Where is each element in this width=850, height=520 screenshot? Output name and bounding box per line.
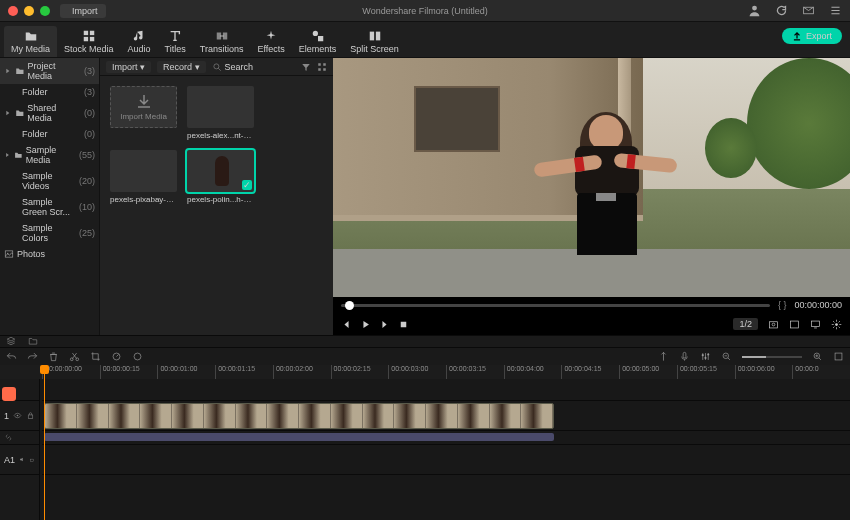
preview-scrubber[interactable]: { } 00:00:00:00 bbox=[333, 297, 850, 313]
ruler-tick: 00:00:03:15 bbox=[446, 365, 504, 379]
mic-icon[interactable] bbox=[679, 351, 690, 362]
lock-icon[interactable] bbox=[26, 411, 35, 420]
quality-icon[interactable] bbox=[789, 319, 800, 330]
settings-icon[interactable] bbox=[831, 319, 842, 330]
display-icon[interactable] bbox=[810, 319, 821, 330]
screenshot-icon[interactable] bbox=[768, 319, 779, 330]
filter-icon[interactable] bbox=[301, 62, 311, 72]
sidebar-item[interactable]: Photos bbox=[0, 246, 99, 262]
svg-rect-20 bbox=[790, 321, 798, 328]
import-media-tile[interactable]: Import Media bbox=[110, 86, 177, 140]
zoom-slider[interactable] bbox=[742, 356, 802, 358]
mixer-icon[interactable] bbox=[700, 351, 711, 362]
tab-titles[interactable]: Titles bbox=[158, 26, 193, 57]
video-track-header[interactable]: 1 bbox=[0, 401, 39, 431]
crop-icon[interactable] bbox=[90, 351, 101, 362]
menu-icon[interactable] bbox=[829, 4, 842, 17]
folder-small-icon[interactable] bbox=[28, 336, 38, 346]
sidebar-item[interactable]: Project Media(3) bbox=[0, 58, 99, 84]
close-icon[interactable] bbox=[8, 6, 18, 16]
audio-track-header[interactable]: A1 bbox=[0, 445, 39, 475]
svg-rect-8 bbox=[369, 32, 373, 41]
ruler-tick: 00:00:04:00 bbox=[504, 365, 562, 379]
sidebar-item[interactable]: Folder(0) bbox=[0, 126, 99, 142]
tab-transitions[interactable]: Transitions bbox=[193, 26, 251, 57]
timecode: 00:00:00:00 bbox=[794, 300, 842, 310]
sparkle-icon bbox=[264, 29, 278, 43]
import-dropdown[interactable]: Import ▾ bbox=[106, 61, 151, 73]
tab-audio[interactable]: Audio bbox=[121, 26, 158, 57]
grid-icon bbox=[82, 29, 96, 43]
sidebar-item[interactable]: Sample Videos(20) bbox=[0, 168, 99, 194]
svg-point-6 bbox=[312, 31, 317, 36]
sidebar-item[interactable]: Sample Colors(25) bbox=[0, 220, 99, 246]
media-thumbnail[interactable]: pexels-pixabay-462030 bbox=[110, 150, 177, 204]
playhead[interactable] bbox=[44, 365, 45, 520]
media-thumbnail[interactable]: ✓pexels-polin...h-5385879 bbox=[187, 150, 254, 204]
video-track-1[interactable] bbox=[42, 401, 850, 431]
lock-icon[interactable] bbox=[29, 455, 35, 464]
split-clip-icon[interactable] bbox=[69, 351, 80, 362]
ruler-tick: 00:00:04:15 bbox=[561, 365, 619, 379]
tab-stock-media[interactable]: Stock Media bbox=[57, 26, 121, 57]
link-track-header[interactable] bbox=[0, 431, 39, 445]
scrub-track[interactable] bbox=[341, 304, 770, 307]
sidebar-item[interactable]: Sample Green Scr...(10) bbox=[0, 194, 99, 220]
timeline-tabs bbox=[0, 335, 850, 347]
export-button[interactable]: Export bbox=[782, 28, 842, 44]
prev-frame-icon[interactable] bbox=[341, 319, 352, 330]
next-frame-icon[interactable] bbox=[379, 319, 390, 330]
link-icon[interactable] bbox=[4, 433, 13, 442]
tab-my-media[interactable]: My Media bbox=[4, 26, 57, 57]
svg-rect-3 bbox=[90, 31, 94, 35]
sidebar-item[interactable]: Shared Media(0) bbox=[0, 100, 99, 126]
svg-point-22 bbox=[835, 323, 838, 326]
import-button[interactable]: Import bbox=[60, 4, 106, 18]
delete-icon[interactable] bbox=[48, 351, 59, 362]
video-clip[interactable] bbox=[44, 403, 554, 429]
preview-viewport[interactable] bbox=[333, 58, 850, 297]
search-input[interactable]: Search bbox=[212, 62, 295, 72]
stop-icon[interactable] bbox=[398, 319, 409, 330]
media-thumbnail[interactable]: pexels-alex...nt-4585185 bbox=[187, 86, 254, 140]
audio-track-1[interactable] bbox=[42, 445, 850, 475]
maximize-icon[interactable] bbox=[40, 6, 50, 16]
add-track-badge[interactable] bbox=[2, 387, 16, 401]
audio-link-track[interactable] bbox=[42, 431, 850, 445]
tab-elements[interactable]: Elements bbox=[292, 26, 344, 57]
sidebar-item[interactable]: Folder(3) bbox=[0, 84, 99, 100]
zoom-out-icon[interactable] bbox=[721, 351, 732, 362]
minimize-icon[interactable] bbox=[24, 6, 34, 16]
speaker-icon[interactable] bbox=[19, 455, 25, 464]
svg-rect-13 bbox=[318, 63, 321, 66]
undo-icon[interactable] bbox=[6, 351, 17, 362]
mail-icon[interactable] bbox=[802, 4, 815, 17]
import-label: Import bbox=[72, 6, 98, 16]
svg-point-0 bbox=[752, 6, 757, 11]
record-dropdown[interactable]: Record ▾ bbox=[157, 61, 206, 73]
scrub-head[interactable] bbox=[345, 301, 354, 310]
loop-markers[interactable]: { } bbox=[778, 300, 787, 310]
svg-point-26 bbox=[134, 353, 141, 360]
tab-split-screen[interactable]: Split Screen bbox=[343, 26, 406, 57]
layers-icon[interactable] bbox=[6, 336, 16, 346]
tab-effects[interactable]: Effects bbox=[250, 26, 291, 57]
user-icon[interactable] bbox=[748, 4, 761, 17]
view-grid-icon[interactable] bbox=[317, 62, 327, 72]
timeline-ruler[interactable]: 00:00:00:0000:00:00:1500:00:01:0000:00:0… bbox=[0, 365, 850, 379]
zoom-in-icon[interactable] bbox=[812, 351, 823, 362]
play-icon[interactable] bbox=[360, 319, 371, 330]
zoom-level[interactable]: 1/2 bbox=[733, 318, 758, 330]
marker-icon[interactable] bbox=[658, 351, 669, 362]
color-icon[interactable] bbox=[132, 351, 143, 362]
media-sidebar: Project Media(3)Folder(3)Shared Media(0)… bbox=[0, 58, 100, 335]
audio-clip[interactable] bbox=[44, 433, 554, 441]
eye-icon[interactable] bbox=[13, 411, 22, 420]
sidebar-item[interactable]: Sample Media(55) bbox=[0, 142, 99, 168]
zoom-fit-icon[interactable] bbox=[833, 351, 844, 362]
speed-icon[interactable] bbox=[111, 351, 122, 362]
refresh-icon[interactable] bbox=[775, 4, 788, 17]
redo-icon[interactable] bbox=[27, 351, 38, 362]
svg-point-34 bbox=[17, 415, 19, 417]
track-spacer-row[interactable] bbox=[42, 379, 850, 401]
